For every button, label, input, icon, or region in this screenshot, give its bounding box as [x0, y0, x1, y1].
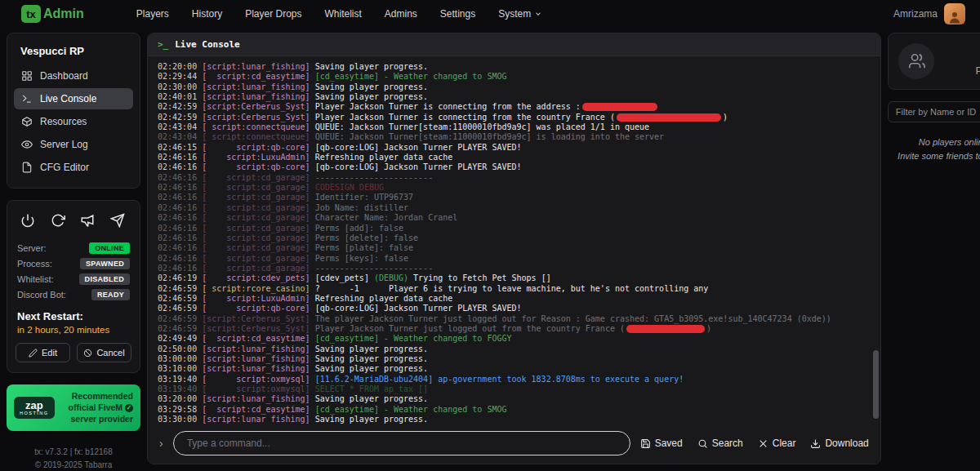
sidebar-item-live-console[interactable]: Live Console [14, 88, 133, 109]
user-name: Amrizama [893, 8, 938, 20]
console-line: 03:19:40 [ script:oxmysql] [11.6.2-Maria… [158, 375, 880, 384]
power-icon [20, 213, 35, 228]
clear-button[interactable]: Clear [758, 438, 796, 449]
nav-item-players[interactable]: Players [136, 8, 169, 20]
console-line: 02:43:04 [ script:connectqueue] QUEUE: J… [158, 132, 880, 142]
console-line: 02:46:16 [ script:cd_garage] -----------… [158, 173, 880, 183]
check-icon: ✓ [125, 404, 133, 412]
tx-logo-badge: tx [21, 5, 41, 23]
sidebar-item-resources[interactable]: Resources [14, 111, 133, 132]
players-count-card: 0 Players [888, 33, 980, 90]
edit-restart-button[interactable]: Edit [16, 343, 70, 362]
players-empty-state: No players online. Invite some friends t… [888, 136, 980, 163]
console-line: 02:46:16 [ script:LuxuAdmin] Refreshing … [158, 153, 880, 162]
nav-item-settings[interactable]: Settings [440, 8, 475, 20]
scrollbar-thumb[interactable] [873, 350, 879, 419]
version-info: tx: v7.3.2 | fx: b12168 [7, 446, 140, 459]
console-line: 02:42:59 [script:Cerberus_Syst] Player J… [158, 102, 880, 112]
players-count: 0 [975, 47, 980, 64]
announce-button[interactable] [80, 212, 96, 229]
restart-button[interactable] [51, 212, 67, 229]
next-restart-value: in 2 hours, 20 minutes [17, 325, 130, 335]
players-icon-circle [898, 43, 934, 79]
console-line: 02:46:16 [ script:qb-core] [qb-core:LOG]… [158, 162, 880, 172]
left-sidebar: Vespucci RP DashboardLive ConsoleResourc… [7, 33, 140, 464]
zap-ad-text: Recommended official FiveM ✓ server prov… [61, 390, 133, 425]
top-navbar: tx Admin PlayersHistoryPlayer DropsWhite… [0, 0, 980, 28]
status-row: Process:SPAWNED [17, 258, 130, 269]
edit-button-label: Edit [42, 348, 57, 358]
avatar[interactable] [944, 3, 965, 24]
console-output: 02:20:00 [script:lunar_fishing] Saving p… [148, 56, 880, 424]
nav-item-whitelist[interactable]: Whitelist [325, 8, 362, 20]
cancel-icon [83, 349, 92, 358]
console-line: 02:29:44 [ script:cd_easytime] [cd_easyt… [158, 72, 880, 82]
nav-item-player-drops[interactable]: Player Drops [245, 8, 301, 20]
nav-item-admins[interactable]: Admins [385, 8, 417, 20]
terminal-prompt-icon: >_ [158, 39, 168, 50]
zap-hosting-ad[interactable]: zap HOSTING Recommended official FiveM ✓… [7, 384, 140, 431]
sidebar-item-server-log[interactable]: Server Log [14, 134, 133, 155]
players-sidebar: 0 Players ctrl+k No players online. Invi… [888, 33, 980, 464]
status-row: Whitelist:DISABLED [17, 273, 130, 285]
status-label: Process: [17, 259, 52, 269]
console-scrollbar [873, 56, 879, 424]
sidebar-item-label: CFG Editor [40, 162, 89, 173]
console-line: 02:46:16 [ script:cd_garage] Perms [plat… [158, 243, 880, 253]
console-line: 03:20:00 [script:lunar_fishing] Saving p… [158, 394, 880, 404]
download-icon [810, 438, 821, 449]
zap-ad-line1: Recommended [61, 390, 133, 402]
user-menu[interactable]: Amrizama [893, 3, 965, 24]
send-message-button[interactable] [110, 212, 127, 229]
server-menu-card: Vespucci RP DashboardLive ConsoleResourc… [7, 33, 140, 189]
console-line: 02:46:59 [ script:rcore_casino] ? -1 Pla… [158, 284, 880, 294]
console-title: Live Console [175, 39, 239, 50]
console-line: 03:19:40 [ script:oxmysql] SELECT * FROM… [158, 384, 880, 394]
console-line: 02:46:16 [ script:cd_garage] -----------… [158, 264, 880, 273]
txadmin-logo[interactable]: tx Admin [21, 5, 84, 23]
main-nav: PlayersHistoryPlayer DropsWhitelistAdmin… [136, 8, 542, 20]
cancel-restart-button[interactable]: Cancel [77, 343, 131, 362]
redacted-text [582, 103, 657, 111]
saved-button[interactable]: Saved [640, 438, 683, 449]
server-log-icon [21, 139, 33, 150]
status-label: Server: [17, 243, 46, 253]
tx-logo-text: Admin [43, 7, 84, 21]
console-line: 02:49:49 [ script:cd_easytime] [cd_easyt… [158, 334, 880, 344]
search-button[interactable]: Search [697, 438, 743, 449]
nav-item-system[interactable]: System [498, 8, 542, 20]
sidebar-item-dashboard[interactable]: Dashboard [14, 65, 133, 87]
console-line: 02:46:59 [ script:LuxuAdmin] Refreshing … [158, 294, 880, 304]
redacted-text [617, 113, 721, 122]
button-label: Download [825, 438, 868, 449]
sidebar-item-label: Dashboard [40, 70, 88, 82]
player-filter: ctrl+k [888, 101, 980, 122]
console-actions: SavedSearchClearDownload [640, 438, 869, 449]
console-line: 02:46:16 [ script:cd_garage] Perms [dele… [158, 233, 880, 243]
status-badge: SPAWNED [80, 258, 130, 269]
cfg-editor-icon [21, 162, 33, 173]
status-row: Discord Bot:READY [17, 289, 130, 300]
command-input[interactable] [173, 431, 630, 455]
zap-logo-text: zap [20, 400, 49, 411]
player-filter-input[interactable] [888, 101, 980, 122]
clear-icon [758, 438, 768, 449]
empty-state-line2: Invite some friends to join in! [888, 149, 980, 163]
button-label: Clear [773, 438, 796, 449]
send-message-icon [110, 213, 125, 228]
download-button[interactable]: Download [810, 438, 868, 449]
console-line: 02:42:59 [script:Cerberus_Syst] Player J… [158, 113, 880, 122]
power-button[interactable] [20, 212, 37, 229]
nav-item-history[interactable]: History [192, 8, 222, 20]
console-line: 02:46:16 [ script:cd_garage] Character N… [158, 213, 880, 223]
empty-state-line1: No players online. [888, 136, 980, 149]
sidebar-item-label: Server Log [40, 139, 88, 150]
console-line: 03:29:58 [ script:cd_easytime] [cd_easyt… [158, 405, 880, 415]
status-label: Discord Bot: [17, 290, 66, 300]
system-label: System [498, 8, 531, 20]
players-title: Players [975, 64, 980, 77]
people-icon [907, 52, 925, 70]
restart-icon [51, 213, 65, 228]
sidebar-item-cfg-editor[interactable]: CFG Editor [14, 157, 133, 178]
sidebar-footer: tx: v7.3.2 | fx: b12168 © 2019-2025 Taba… [7, 446, 140, 471]
